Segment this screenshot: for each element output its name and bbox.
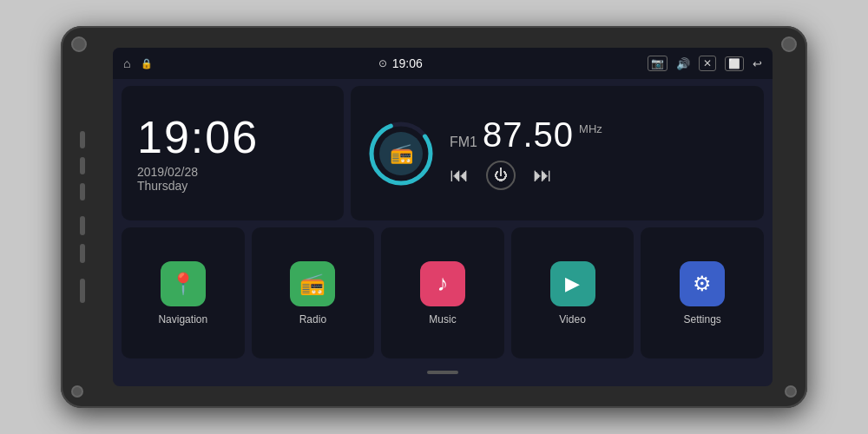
volume-icon[interactable]: 🔊 [676,57,690,70]
video-label: Video [559,313,585,326]
home-button[interactable] [80,157,85,174]
screen: ⌂ 🔒 ⊙ 19:06 📷 🔊 ✕ ⬜ ↩ 19 [113,48,773,386]
app-tile-music[interactable]: ♪ Music [381,227,504,358]
music-icon: ♪ [437,270,448,297]
screw-bottom-right [785,385,797,398]
screw-bottom-left [71,385,83,398]
svg-text:📻: 📻 [390,141,414,165]
power-icon: ⏻ [494,168,508,183]
clock-widget: 19:06 2019/02/28 Thursday [122,86,344,220]
top-section: 19:06 2019/02/28 Thursday [122,86,764,220]
radio-frequency: 87.50 [483,117,574,152]
app-tile-video[interactable]: ▶ Video [511,227,635,358]
music-label: Music [429,313,456,326]
radio-info: FM1 87.50 MHz ⏮ ⏻ ⏭ [450,117,748,190]
radio-band: FM1 [450,135,477,150]
clock-time: 19:06 [137,115,328,160]
navigation-icon-bg: 📍 [161,261,206,306]
close-icon[interactable]: ✕ [699,56,716,71]
music-icon-bg: ♪ [420,261,465,306]
app-grid: 📍 Navigation 📻 Radio ♪ Music [122,227,764,358]
radio-power-button[interactable]: ⏻ [486,161,516,190]
back-nav-icon[interactable]: ↩ [753,57,762,70]
clock-day: Thursday [137,179,328,193]
radio-next-button[interactable]: ⏭ [533,164,552,187]
radio-app-icon: 📻 [299,272,326,296]
status-bar-center: ⊙ 19:06 [378,56,423,70]
top-bar-left: ⌂ 🔒 [123,56,153,70]
radio-label: Radio [299,313,326,326]
radio-controls: ⏮ ⏻ ⏭ [450,161,748,190]
main-content: 19:06 2019/02/28 Thursday [113,79,773,386]
video-icon: ▶ [565,273,580,295]
app-tile-navigation[interactable]: 📍 Navigation [122,227,245,358]
clock-date: 2019/02/28 [137,165,328,179]
radio-freq-row: FM1 87.50 MHz [450,117,748,152]
settings-icon-bg: ⚙ [680,261,725,306]
radio-widget: 📻 FM1 87.50 MHz ⏮ ⏻ [351,86,764,220]
home-indicator[interactable] [427,371,458,374]
lock-icon: 🔒 [141,58,153,69]
power-button[interactable] [80,131,85,148]
status-bar: ⌂ 🔒 ⊙ 19:06 📷 🔊 ✕ ⬜ ↩ [113,48,773,79]
navigation-icon: 📍 [170,272,196,296]
radio-unit: MHz [579,122,602,135]
car-head-unit: ⌂ 🔒 ⊙ 19:06 📷 🔊 ✕ ⬜ ↩ 19 [61,26,807,408]
app-tile-settings[interactable]: ⚙ Settings [641,227,764,358]
side-button-group [80,131,85,303]
top-bar-right: 📷 🔊 ✕ ⬜ ↩ [648,56,762,71]
navigation-label: Navigation [158,313,207,326]
window-icon[interactable]: ⬜ [725,56,744,71]
status-time: 19:06 [392,56,423,70]
radio-circle-graphic: 📻 [366,119,436,188]
settings-icon: ⚙ [693,272,712,296]
app-tile-radio[interactable]: 📻 Radio [252,227,375,358]
home-icon[interactable]: ⌂ [123,56,130,70]
bottom-bar [122,365,764,379]
radio-icon-bg: 📻 [290,261,335,306]
video-icon-bg: ▶ [550,261,595,306]
radio-prev-button[interactable]: ⏮ [450,164,469,187]
volume-down-button[interactable] [80,244,85,263]
location-icon: ⊙ [378,57,387,69]
ais-button[interactable] [80,279,85,303]
camera-icon[interactable]: 📷 [648,56,667,71]
volume-up-button[interactable] [80,216,85,235]
settings-label: Settings [683,313,720,326]
back-button[interactable] [80,183,85,201]
